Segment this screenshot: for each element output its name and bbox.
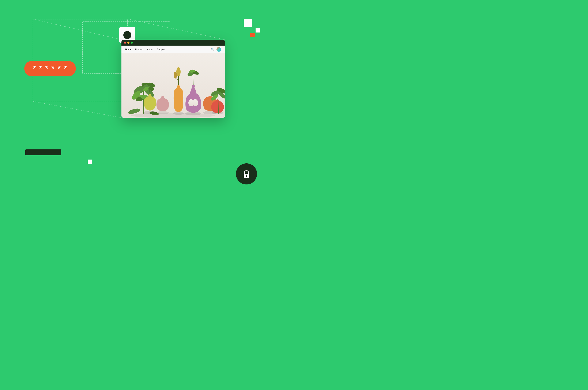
search-icon[interactable]: 🔍 (211, 48, 214, 51)
dot-inner (123, 31, 131, 39)
svg-point-23 (173, 112, 184, 115)
svg-point-39 (211, 101, 224, 113)
svg-point-31 (193, 99, 198, 106)
deco-square-white-1 (244, 19, 252, 27)
svg-rect-24 (177, 85, 180, 89)
password-pill: * * * * * * (24, 61, 76, 76)
svg-rect-16 (148, 94, 151, 98)
browser-window: Home Product About Support 🔍 (121, 40, 225, 118)
vases-illustration (121, 53, 225, 118)
lock-circle (236, 163, 257, 185)
nav-support[interactable]: Support (157, 48, 165, 51)
deco-square-orange (250, 33, 255, 37)
svg-point-27 (176, 67, 180, 76)
browser-nav: Home Product About Support 🔍 (121, 46, 225, 53)
svg-point-28 (174, 72, 177, 79)
nav-about[interactable]: About (147, 48, 153, 51)
traffic-light-yellow (127, 42, 129, 44)
nav-home[interactable]: Home (125, 48, 131, 51)
svg-point-21 (156, 111, 169, 114)
browser-titlebar (121, 40, 225, 46)
svg-rect-32 (192, 85, 195, 87)
svg-rect-48 (246, 175, 247, 177)
browser-content (121, 53, 225, 118)
svg-rect-22 (161, 96, 164, 99)
lock-icon (242, 169, 251, 179)
traffic-light-green (131, 42, 133, 44)
cart-avatar[interactable] (217, 47, 221, 52)
deco-square-white-3 (88, 159, 92, 164)
nav-icons: 🔍 (211, 47, 221, 52)
password-asterisks: * * * * * * (33, 65, 67, 73)
dark-bar (25, 149, 61, 155)
svg-point-40 (216, 99, 219, 101)
svg-point-15 (143, 111, 157, 114)
deco-square-white-2 (256, 28, 260, 33)
traffic-light-red (124, 42, 126, 44)
nav-links: Home Product About Support (125, 48, 165, 51)
nav-product[interactable]: Product (135, 48, 143, 51)
